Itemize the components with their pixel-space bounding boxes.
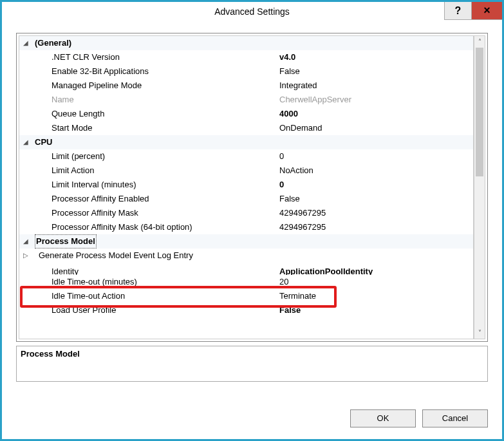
property-row[interactable]: Processor Affinity Enabled False [19,192,473,206]
property-value[interactable]: 4294967295 [275,220,473,234]
property-label: Queue Length [32,107,275,121]
property-label: Identity [32,263,275,275]
group-header-cpu[interactable]: ◢ CPU [19,135,473,149]
group-header-process-model[interactable]: ◢ Process Model [19,234,473,249]
description-title: Process Model [21,349,80,359]
content-area: ◢ (General) .NET CLR Version v4.0 Enable… [16,33,488,394]
property-row[interactable]: Limit Action NoAction [19,164,473,178]
property-row[interactable]: .NET CLR Version v4.0 [19,50,473,64]
property-grid[interactable]: ◢ (General) .NET CLR Version v4.0 Enable… [19,35,474,339]
property-value[interactable]: 4294967295 [275,206,473,220]
property-row[interactable]: Start Mode OnDemand [19,121,473,135]
property-row[interactable]: Limit (percent) 0 [19,149,473,164]
help-button[interactable]: ? [444,2,471,20]
property-label: Limit Action [32,164,275,178]
titlebar: Advanced Settings ? × [2,2,502,21]
scroll-track[interactable] [474,48,485,327]
expand-icon[interactable]: ▷ [19,249,32,263]
collapse-icon[interactable]: ◢ [19,135,32,149]
property-row: Name CherwellAppServer [19,93,473,107]
property-row[interactable]: ▷ Generate Process Model Event Log Entry [19,249,473,263]
property-label: Generate Process Model Event Log Entry [32,249,275,263]
property-label: Name [32,93,275,107]
dialog-window: Advanced Settings ? × ◢ (General) .NET C… [0,0,504,441]
property-label: Idle Time-out (minutes) [32,275,275,289]
property-label: Load User Profile [32,303,275,317]
property-label: .NET CLR Version [32,50,275,64]
group-label: CPU [32,135,275,149]
property-value[interactable]: 20 [275,275,473,289]
property-label: Managed Pipeline Mode [32,79,275,93]
description-panel: Process Model [16,346,488,382]
scroll-up-icon[interactable]: ˄ [474,36,485,48]
ok-button[interactable]: OK [350,409,416,427]
property-value[interactable]: Integrated [275,79,473,93]
collapse-icon[interactable]: ◢ [19,36,32,50]
property-value[interactable]: 4000 [275,107,473,121]
property-value[interactable]: Terminate [275,289,473,303]
property-row[interactable]: Processor Affinity Mask 4294967295 [19,206,473,220]
property-row[interactable]: Idle Time-out Action Terminate [19,289,473,303]
vertical-scrollbar[interactable]: ˄ ˅ [474,35,485,339]
property-label: Processor Affinity Mask [32,206,275,220]
close-button[interactable]: × [471,2,502,20]
property-value[interactable] [275,249,473,263]
property-value[interactable]: ApplicationPoolIdentity [275,263,473,275]
property-value[interactable]: 0 [275,149,473,164]
dialog-buttons: OK Cancel [350,409,488,427]
cancel-button[interactable]: Cancel [422,409,488,427]
property-value[interactable]: 0 [275,178,473,192]
property-row[interactable]: Load User Profile False [19,303,473,317]
property-label: Enable 32-Bit Applications [32,64,275,79]
collapse-icon[interactable]: ◢ [19,234,32,249]
property-value[interactable]: False [275,303,473,317]
group-header-general[interactable]: ◢ (General) [19,36,473,50]
property-label: Limit Interval (minutes) [32,178,275,192]
property-value[interactable]: v4.0 [275,50,473,64]
property-row[interactable]: Limit Interval (minutes) 0 [19,178,473,192]
property-row[interactable]: Processor Affinity Mask (64-bit option) … [19,220,473,234]
property-row[interactable]: Queue Length 4000 [19,107,473,121]
property-grid-wrap: ◢ (General) .NET CLR Version v4.0 Enable… [16,33,488,342]
property-label: Idle Time-out Action [32,289,275,303]
property-row[interactable]: Enable 32-Bit Applications False [19,64,473,79]
property-label: Limit (percent) [32,149,275,164]
property-value[interactable]: OnDemand [275,121,473,135]
titlebar-buttons: ? × [444,2,502,20]
property-value[interactable]: False [275,64,473,79]
property-row[interactable]: Managed Pipeline Mode Integrated [19,79,473,93]
property-value[interactable]: NoAction [275,164,473,178]
window-title: Advanced Settings [2,2,502,21]
group-label: (General) [32,36,275,50]
property-row-idle-timeout[interactable]: Idle Time-out (minutes) 20 [19,275,473,289]
property-value[interactable]: False [275,192,473,206]
scroll-down-icon[interactable]: ˅ [474,327,485,339]
scroll-thumb[interactable] [476,48,483,176]
property-label: Processor Affinity Mask (64-bit option) [32,220,275,234]
property-value: CherwellAppServer [275,93,473,107]
property-label: Start Mode [32,121,275,135]
property-row-identity[interactable]: Identity ApplicationPoolIdentity [19,263,473,275]
group-label: Process Model [32,234,275,249]
property-label: Processor Affinity Enabled [32,192,275,206]
